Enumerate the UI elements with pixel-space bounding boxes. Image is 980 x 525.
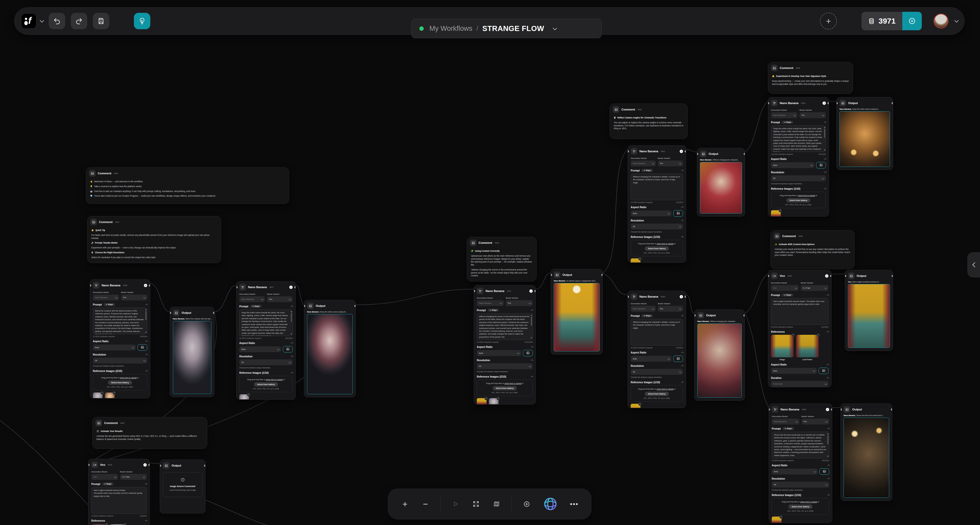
magic-button[interactable]: ≪Magic: [250, 305, 262, 308]
info-badge[interactable]: i: [143, 463, 147, 466]
upload-link[interactable]: press here to upload: [657, 243, 673, 245]
nano-banana-node[interactable]: Nano Banana #008 1 Generation Model Nano…: [90, 279, 150, 398]
nano-banana-node[interactable]: Nano Banana #004 i Generation Model Nano…: [768, 97, 829, 217]
account-chevron-down-icon[interactable]: [955, 19, 958, 23]
output-image[interactable]: [307, 314, 353, 394]
breadcrumb-workspace[interactable]: My Workflows: [430, 25, 473, 33]
workflow-canvas[interactable]: Comment #009 👋 Welcome! Hi there — and w…: [0, 0, 980, 525]
info-badge[interactable]: i: [822, 102, 826, 105]
magic-button[interactable]: ≪Magic: [641, 169, 653, 172]
aspect-image-button[interactable]: [673, 355, 683, 362]
output-port[interactable]: [354, 304, 356, 308]
model-variant-select[interactable]: Pro: [799, 112, 826, 118]
collapse-icon[interactable]: [827, 465, 830, 467]
generation-model-select[interactable]: Veo: [771, 285, 799, 291]
nano-banana-node[interactable]: Nano Banana #001 i Generation Model Nano…: [474, 285, 536, 404]
prompt-textarea[interactable]: Keep the entire scene exactly the same: …: [239, 309, 293, 336]
info-badge[interactable]: i: [826, 408, 829, 411]
magic-button[interactable]: ≪Magic: [782, 121, 793, 124]
reference-thumbnail[interactable]: ×: [93, 392, 103, 398]
aspect-image-button[interactable]: [819, 368, 829, 374]
upload-dropzone[interactable]: Drag and Drop files or press here to upl…: [631, 240, 683, 256]
select-from-gallery-button[interactable]: Select from Gallery: [786, 198, 810, 203]
select-from-gallery-button[interactable]: Select from Gallery: [645, 246, 669, 251]
output-image[interactable]: [848, 284, 890, 348]
reference-thumbnail[interactable]: ×: [771, 210, 781, 217]
collapse-icon[interactable]: [291, 342, 293, 345]
collapse-icon[interactable]: [827, 331, 829, 333]
remove-icon[interactable]: ×: [485, 397, 488, 400]
save-button[interactable]: [93, 13, 109, 29]
output-port[interactable]: [212, 311, 215, 314]
resolution-select[interactable]: 2K: [772, 482, 829, 488]
reference-thumbnail[interactable]: ×: [631, 404, 640, 408]
resolution-select[interactable]: 2K: [239, 359, 293, 365]
nano-banana-node[interactable]: Nano Banana #003 i Generation Model Nano…: [628, 291, 686, 408]
collapse-icon[interactable]: [681, 220, 684, 222]
remove-icon[interactable]: ×: [791, 334, 795, 337]
collapse-icon[interactable]: [681, 170, 684, 172]
comment-node[interactable]: Comment #005 ✨ Animate With Custom Descr…: [770, 230, 854, 269]
duration-select[interactable]: 8 seconds: [771, 381, 829, 387]
aspect-ratio-select[interactable]: Auto: [631, 356, 671, 362]
undo-button[interactable]: [49, 13, 65, 29]
collapse-icon[interactable]: [145, 520, 148, 522]
upload-link[interactable]: press here to upload: [504, 382, 522, 384]
model-variant-select[interactable]: Pro: [121, 295, 147, 300]
upload-link[interactable]: press here to upload: [266, 378, 283, 381]
workflow-chevron-down-icon[interactable]: [553, 26, 557, 30]
upload-link[interactable]: press here to upload: [120, 377, 137, 379]
select-from-gallery-button[interactable]: Select from Gallery: [788, 504, 812, 509]
generation-model-select[interactable]: Veo: [91, 474, 118, 480]
remove-icon[interactable]: ×: [780, 515, 783, 519]
generation-model-select[interactable]: Nano Banana: [771, 112, 797, 118]
magic-button[interactable]: ≪Magic: [103, 303, 115, 306]
upload-dropzone[interactable]: Drag and Drop files or press here to upl…: [771, 192, 826, 208]
veo-node[interactable]: Veo #005 i Generation Model Veo Model Va…: [88, 459, 150, 525]
comment-node[interactable]: Comment #009 👋 Welcome! Hi there — and w…: [86, 167, 289, 204]
output-port[interactable]: [684, 150, 686, 153]
output-port[interactable]: [534, 289, 536, 293]
info-badge[interactable]: i: [680, 295, 683, 298]
collapse-icon[interactable]: [531, 359, 533, 362]
generation-model-select[interactable]: Nano Banana: [631, 160, 656, 167]
collapse-icon[interactable]: [824, 188, 827, 190]
collapse-icon[interactable]: [145, 354, 148, 356]
collapse-icon[interactable]: [681, 315, 684, 317]
aspect-ratio-select[interactable]: Auto: [772, 469, 818, 474]
fullscreen-button[interactable]: [470, 498, 482, 510]
aspect-ratio-select[interactable]: Auto: [631, 211, 671, 216]
model-variant-select[interactable]: Pro: [802, 419, 829, 425]
select-from-gallery-button[interactable]: Select from Gallery: [108, 381, 132, 385]
reference-thumbnail[interactable]: ×: [796, 335, 819, 357]
remove-icon[interactable]: ×: [100, 392, 103, 395]
prompt-textarea[interactable]: Blend the creature with the facial struc…: [93, 308, 147, 334]
zoom-in-button[interactable]: +: [399, 498, 410, 510]
play-button[interactable]: [450, 498, 461, 510]
aspect-image-button[interactable]: [816, 162, 826, 168]
output-node[interactable]: Output Image Source Connected Launch pro…: [160, 460, 205, 514]
output-port[interactable]: [601, 273, 603, 277]
output-node[interactable]: Output Nano Banana | Show how this shot …: [840, 403, 892, 501]
magic-button[interactable]: ≪Magic: [783, 427, 794, 430]
workflow-breadcrumb[interactable]: My Workflows / STRANGE FLOW: [411, 19, 602, 38]
add-node-button[interactable]: +: [820, 13, 837, 30]
output-port[interactable]: [294, 285, 296, 289]
scrollbar[interactable]: [291, 311, 292, 335]
comment-node[interactable]: Comment #003 🧩 Using Context Correctly U…: [467, 237, 536, 281]
output-image[interactable]: [697, 324, 742, 398]
collapse-icon[interactable]: [291, 372, 293, 374]
aspect-image-button[interactable]: [283, 346, 293, 352]
collapse-icon[interactable]: [824, 121, 827, 124]
minimap-button[interactable]: [491, 498, 502, 510]
upload-link[interactable]: press here to upload: [800, 501, 817, 503]
reference-thumbnail[interactable]: ×: [772, 517, 781, 523]
prompt-textarea[interactable]: Show how this shot would look on a real …: [772, 432, 829, 458]
output-node[interactable]: Output Nano Banana | Without changing th…: [697, 148, 745, 217]
zoom-out-button[interactable]: −: [420, 498, 431, 510]
collapse-icon[interactable]: [824, 171, 827, 174]
collapse-icon[interactable]: [531, 376, 533, 378]
scrollbar[interactable]: [824, 127, 825, 151]
info-badge[interactable]: i: [680, 150, 683, 153]
remove-icon[interactable]: ×: [817, 334, 820, 337]
